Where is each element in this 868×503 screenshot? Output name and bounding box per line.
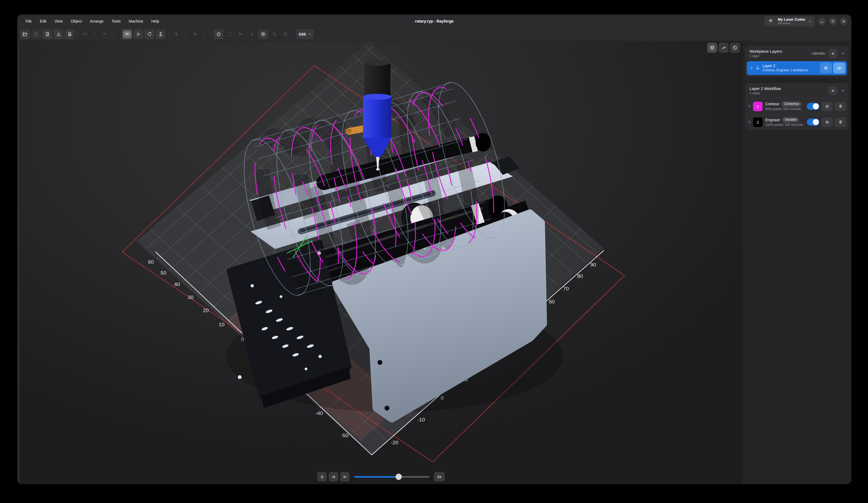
regenerate-button[interactable] (145, 29, 154, 39)
workflow-step-contour[interactable]: ⠿ 1 Contour Centerline 80% power, 500 mm… (745, 99, 849, 114)
svg-text:60: 60 (148, 259, 154, 265)
workpiece-layers-panel: Workpiece Layers 1 layer ~58m56s ⠿ (745, 46, 849, 77)
drag-handle-icon[interactable]: ⠿ (747, 104, 752, 109)
drag-handle-icon[interactable]: ⠿ (749, 66, 754, 70)
collapse-layers-chevron[interactable] (839, 51, 846, 56)
layer-visibility-button[interactable] (833, 63, 845, 73)
redo-history-chevron[interactable] (110, 29, 117, 39)
view-3d-toggle-button[interactable]: 3D (122, 29, 132, 39)
layer-settings-button[interactable] (820, 63, 832, 73)
slider-fill (354, 476, 399, 478)
job-time-estimate: ~58m56s (811, 51, 825, 55)
layer-description: Contour, Engrave 1 workpiece (763, 68, 818, 72)
step-enabled-toggle[interactable] (807, 103, 819, 110)
align-options-chevron[interactable] (182, 29, 189, 39)
drag-handle-icon[interactable]: ⠿ (747, 120, 752, 124)
simulation-playback-bar: 1x (318, 472, 445, 482)
menu-help[interactable]: Help (147, 17, 163, 25)
rotary-layer-icon (755, 65, 761, 71)
show-travel-moves-button[interactable] (719, 43, 728, 53)
laser-off-button[interactable] (269, 29, 279, 39)
playback-speed-button[interactable]: 1x (434, 472, 445, 482)
gcode-origin-label: G55 (299, 32, 306, 37)
pause-job-button[interactable] (247, 29, 257, 39)
toolbar-separator (168, 30, 168, 38)
layers-panel-title: Workpiece Layers (750, 49, 811, 54)
svg-text:50: 50 (161, 270, 166, 276)
distribute-button[interactable] (190, 29, 200, 39)
skip-to-end-button[interactable] (340, 472, 350, 482)
svg-text:-20: -20 (391, 440, 398, 445)
collapse-workflow-chevron[interactable] (839, 88, 846, 93)
svg-text:70: 70 (563, 286, 569, 291)
add-step-button[interactable] (828, 86, 837, 95)
frame-job-button[interactable] (225, 29, 235, 39)
menu-file[interactable]: File (22, 17, 35, 25)
step-name: Engrave (765, 117, 780, 123)
workflow-panel-subtitle: 2 steps (750, 91, 828, 95)
home-machine-button[interactable] (214, 29, 224, 39)
simulation-progress-slider[interactable] (354, 472, 430, 482)
send-job-button[interactable] (236, 29, 246, 39)
export-gcode-button[interactable] (65, 29, 74, 39)
step-delete-button[interactable] (835, 117, 846, 127)
menu-object[interactable]: Object (67, 17, 86, 25)
step-details: 100% power, 500 mm/min (765, 123, 807, 127)
svg-text:-50: -50 (341, 433, 348, 438)
menu-machine[interactable]: Machine (125, 17, 147, 25)
right-sidebar: Workpiece Layers 1 layer ~58m56s ⠿ (742, 41, 851, 484)
import-button[interactable] (53, 29, 63, 39)
layer-row-selected[interactable]: ⠿ Layer 2 Contour, Engrave 1 workpiece (747, 61, 847, 75)
scene-canvas: 60 50 40 30 20 10 0 -10 -20 -30 -40 -50 … (20, 41, 742, 484)
toolbar-separator (210, 30, 211, 38)
step-delete-button[interactable] (835, 102, 846, 111)
redo-button[interactable] (99, 29, 109, 39)
step-settings-button[interactable] (822, 117, 833, 127)
trash-icon (838, 120, 843, 124)
close-button[interactable] (840, 18, 847, 25)
undo-button[interactable] (80, 29, 90, 39)
align-button[interactable] (171, 29, 181, 39)
menu-view[interactable]: View (51, 17, 66, 25)
gcode-origin-dropdown[interactable]: G55 (296, 29, 314, 39)
machine-selector[interactable]: My Laser Cutter No driver (764, 16, 815, 27)
open-file-button[interactable] (20, 29, 30, 39)
stop-job-button[interactable] (258, 29, 268, 39)
header-right: My Laser Cutter No driver (764, 15, 847, 28)
gear-icon (825, 104, 829, 109)
svg-text:80: 80 (577, 273, 583, 279)
machine-name: My Laser Cutter (778, 18, 806, 21)
play-button[interactable] (318, 472, 327, 482)
skip-to-start-button[interactable] (329, 472, 338, 482)
toolbar-separator (77, 30, 78, 38)
save-button[interactable] (31, 29, 41, 39)
viewport-tools (707, 43, 740, 53)
clip-toggle-button[interactable] (730, 43, 740, 53)
perspective-toggle-button[interactable] (707, 43, 717, 53)
save-as-button[interactable] (42, 29, 52, 39)
maximize-button[interactable] (829, 18, 836, 25)
svg-text:30: 30 (188, 295, 194, 300)
header-bar: File Edit View Object Arrange Tools Mach… (17, 15, 851, 28)
menu-arrange[interactable]: Arrange (86, 17, 107, 25)
menubar: File Edit View Object Arrange Tools Mach… (22, 15, 163, 28)
minimize-button[interactable] (818, 18, 826, 25)
laser-position-button[interactable] (156, 29, 165, 39)
slider-knob[interactable] (395, 474, 402, 480)
menu-edit[interactable]: Edit (36, 17, 50, 25)
target-origin-button[interactable] (280, 29, 290, 39)
step-color-chip: 1 (753, 102, 763, 111)
menu-tools[interactable]: Tools (108, 17, 124, 25)
workflow-step-engrave[interactable]: ⠿ 2 Engrave Variable 100% power, 500 mm/… (745, 114, 849, 130)
viewport-3d[interactable]: 60 50 40 30 20 10 0 -10 -20 -30 -40 -50 … (20, 41, 742, 484)
gear-icon (825, 120, 829, 124)
svg-text:-10: -10 (417, 417, 425, 422)
step-settings-button[interactable] (822, 102, 833, 111)
step-details: 80% power, 500 mm/min (765, 107, 807, 112)
undo-history-chevron[interactable] (91, 29, 98, 39)
simulate-button[interactable] (133, 29, 143, 39)
svg-text:40: 40 (174, 281, 180, 287)
add-layer-button[interactable] (828, 49, 837, 58)
step-enabled-toggle[interactable] (807, 119, 819, 126)
distribute-options-chevron[interactable] (202, 29, 208, 39)
